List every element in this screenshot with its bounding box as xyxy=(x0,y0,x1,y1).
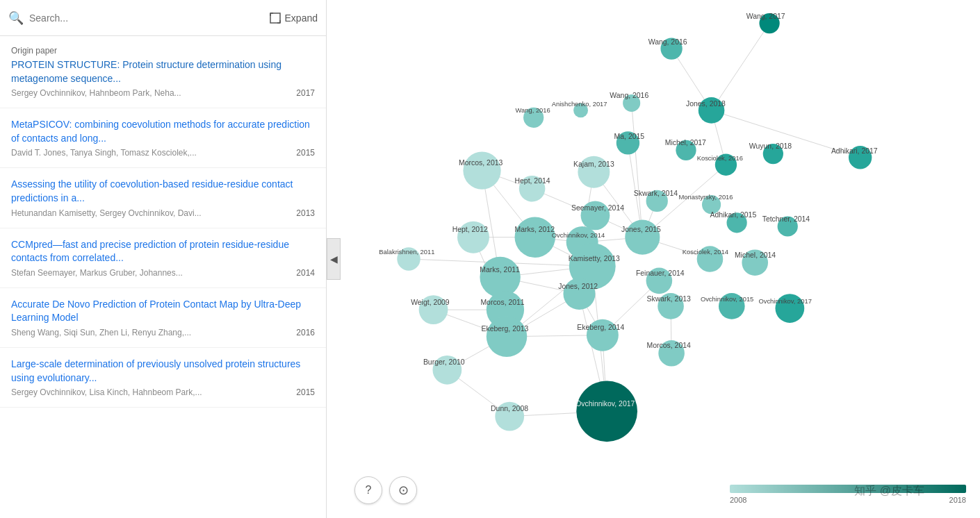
label-Kajam2013: Kajam, 2013 xyxy=(573,160,614,168)
paper-meta: Stefan Seemayer, Markus Gruber, Johannes… xyxy=(11,268,315,278)
paper-authors: Hetunandan Kamisetty, Sergey Ovchinnikov… xyxy=(11,208,202,218)
paper-year: 2013 xyxy=(296,208,315,218)
label-Ekeberg2014: Ekeberg, 2014 xyxy=(577,324,624,331)
svg-rect-0 xyxy=(270,13,280,23)
paper-year: 2016 xyxy=(296,328,315,337)
expand-icon xyxy=(270,12,281,24)
label-Marks2011: Marks, 2011 xyxy=(480,266,520,274)
paper-meta: Sergey Ovchinnikov, Hahnbeom Park, Neha.… xyxy=(11,88,315,98)
label-Morcos2011: Morcos, 2011 xyxy=(480,299,524,306)
origin-label: Origin paper xyxy=(11,46,315,56)
label-Monastyrsky2016: Monastyrsky, 2016 xyxy=(679,193,733,201)
paper-authors: Sergey Ovchinnikov, Hahnbeom Park, Neha.… xyxy=(11,88,181,98)
label-Kosciolek2014: Kosciolek, 2014 xyxy=(683,248,728,256)
timeline-bar xyxy=(730,485,966,493)
paper-item-2[interactable]: Assessing the utility of coevolution-bas… xyxy=(0,168,326,228)
node-Ovchinnikov2017b[interactable] xyxy=(576,381,637,442)
help-button[interactable]: ? xyxy=(354,476,382,504)
node-Marks2012[interactable] xyxy=(515,217,555,257)
paper-year: 2017 xyxy=(296,88,315,98)
label-Ma2015: Ma, 2015 xyxy=(614,133,645,140)
paper-year: 2015 xyxy=(296,387,315,397)
label-Seemayor2014: Seemayer, 2014 xyxy=(571,204,624,212)
label-Wang2016c: Wang, 2016 xyxy=(516,106,550,114)
label-Skwark2013: Skwark, 2013 xyxy=(647,295,691,303)
label-Ovchinnikov2017: Ovchinnikov, 2017 xyxy=(758,297,811,305)
label-Wuyun2018: Wuyun, 2018 xyxy=(749,142,792,150)
label-Skwark2014: Skwark, 2014 xyxy=(634,190,678,197)
label-Kamisetty2013: Kamisetty, 2013 xyxy=(569,255,620,262)
locate-icon: ⊙ xyxy=(398,483,409,498)
label-Jones2015: Jones, 2015 xyxy=(621,226,661,233)
paper-title: MetaPSICOV: combining coevolution method… xyxy=(11,118,315,145)
citation-graph[interactable]: Wang, 2017 Wang, 2016 Jones, 2018 Wang, … xyxy=(327,0,980,518)
paper-title: CCMpred—fast and precise prediction of p… xyxy=(11,238,315,265)
label-Ovchinnikov2014: Ovchinnikov, 2014 xyxy=(552,231,605,239)
search-icon: 🔍 xyxy=(8,10,24,26)
svg-line-9 xyxy=(632,103,643,237)
label-Adhikari2015: Adhikari, 2015 xyxy=(710,211,756,219)
timeline-start: 2008 xyxy=(730,496,746,504)
label-Adhikari2017: Adhikari, 2017 xyxy=(831,147,878,155)
help-icon: ? xyxy=(366,484,372,496)
paper-meta: Sergey Ovchinnikov, Lisa Kinch, Hahnbeom… xyxy=(11,387,315,397)
papers-list: Origin paper PROTEIN STRUCTURE: Protein … xyxy=(0,36,326,518)
label-Wang2016b: Wang, 2016 xyxy=(610,92,648,99)
label-Marks2012: Marks, 2012 xyxy=(515,226,555,233)
expand-label: Expand xyxy=(285,12,318,24)
label-Ovchinnikov2017b: Ovchinnikov, 2017 xyxy=(575,400,635,408)
timeline-labels: 2008 2018 xyxy=(730,496,966,504)
paper-year: 2015 xyxy=(296,148,315,158)
paper-title: Large-scale determination of previously … xyxy=(11,358,315,385)
collapse-panel-button[interactable]: ◀ xyxy=(327,238,341,280)
label-Wang2017: Wang, 2017 xyxy=(746,12,785,20)
paper-item-3[interactable]: CCMpred—fast and precise prediction of p… xyxy=(0,228,326,288)
label-Anishchenko2017: Anishchenko, 2017 xyxy=(552,100,607,108)
locate-button[interactable]: ⊙ xyxy=(389,476,417,504)
paper-title: PROTEIN STRUCTURE: Protein structure det… xyxy=(11,58,315,85)
label-Weigt2009: Weigt, 2009 xyxy=(411,299,450,306)
paper-meta: Hetunandan Kamisetty, Sergey Ovchinnikov… xyxy=(11,208,315,218)
paper-meta: David T. Jones, Tanya Singh, Tomasz Kosc… xyxy=(11,148,315,158)
node-Jones2015[interactable] xyxy=(625,220,660,255)
paper-item-4[interactable]: Accurate De Novo Prediction of Protein C… xyxy=(0,288,326,348)
paper-authors: Stefan Seemayer, Markus Gruber, Johannes… xyxy=(11,268,183,278)
label-Tetchner2014: Tetchner, 2014 xyxy=(762,215,810,223)
paper-item-5[interactable]: Large-scale determination of previously … xyxy=(0,348,326,408)
left-panel: 🔍 Expand Origin paper PROTEIN STRUCTURE:… xyxy=(0,0,327,518)
paper-authors: Sheng Wang, Siqi Sun, Zhen Li, Renyu Zha… xyxy=(11,328,191,337)
label-Ekeberg2013: Ekeberg, 2013 xyxy=(481,325,528,333)
label-Ovchinnikov2015: Ovchinnikov, 2015 xyxy=(701,295,753,303)
bottom-controls: ? ⊙ xyxy=(354,476,417,504)
label-Kosciolek2016: Kosciolek, 2016 xyxy=(697,154,743,162)
expand-button[interactable]: Expand xyxy=(270,12,318,24)
paper-year: 2014 xyxy=(296,268,315,278)
label-Morcos2013: Morcos, 2013 xyxy=(459,159,503,167)
label-Hept2014: Hept, 2014 xyxy=(515,177,550,185)
label-Balakrishnen2011: Balakrishnen, 2011 xyxy=(379,248,434,256)
paper-meta: Sheng Wang, Siqi Sun, Zhen Li, Renyu Zha… xyxy=(11,328,315,337)
label-Morcos2014: Morcos, 2014 xyxy=(647,342,691,349)
svg-line-5 xyxy=(712,24,770,110)
node-Ekeberg2013[interactable] xyxy=(487,317,527,357)
paper-authors: David T. Jones, Tanya Singh, Tomasz Kosc… xyxy=(11,148,197,158)
label-Jones2018: Jones, 2018 xyxy=(686,100,726,108)
node-Morcos2013[interactable] xyxy=(463,151,500,189)
search-bar: 🔍 Expand xyxy=(0,0,326,36)
node-Marks2011[interactable] xyxy=(480,257,520,297)
graph-panel: ◀ xyxy=(327,0,980,518)
timeline-end: 2018 xyxy=(949,496,966,504)
paper-item-origin[interactable]: Origin paper PROTEIN STRUCTURE: Protein … xyxy=(0,36,326,108)
graph-nodes[interactable]: Wang, 2017 Wang, 2016 Jones, 2018 Wang, … xyxy=(379,12,878,442)
label-Jones2012: Jones, 2012 xyxy=(558,283,598,290)
label-Michel2017: Michel, 2017 xyxy=(665,139,706,147)
paper-title: Accurate De Novo Prediction of Protein C… xyxy=(11,298,315,325)
label-Dunn2008: Dunn, 2008 xyxy=(491,405,528,412)
label-Hept2012: Hept, 2012 xyxy=(452,226,488,233)
paper-authors: Sergey Ovchinnikov, Lisa Kinch, Hahnbeom… xyxy=(11,387,202,397)
paper-title: Assessing the utility of coevolution-bas… xyxy=(11,178,315,205)
label-Michel2014: Michel, 2014 xyxy=(735,251,776,259)
label-Feinauer2014: Feinauer, 2014 xyxy=(636,269,685,277)
search-input[interactable] xyxy=(29,12,259,24)
paper-item-1[interactable]: MetaPSICOV: combining coevolution method… xyxy=(0,108,326,168)
